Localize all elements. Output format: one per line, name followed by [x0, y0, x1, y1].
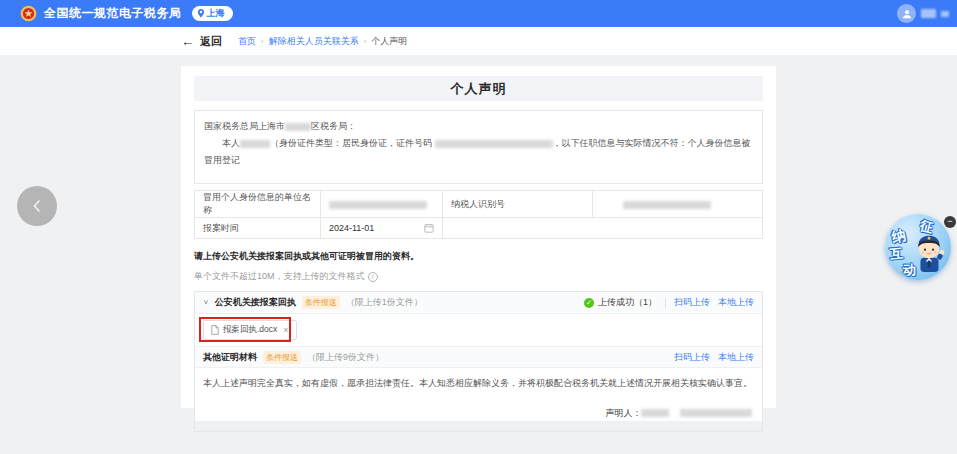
signer-label: 声明人：: [605, 408, 641, 418]
breadcrumb-parent[interactable]: 解除相关人员关联关系: [269, 35, 359, 48]
salutation-line: 国家税务总局上海市区税务局：: [204, 118, 753, 135]
user-caret-redacted: [941, 11, 949, 17]
table-row: 冒用个人身份信息的单位名称 纳税人识别号: [195, 191, 763, 218]
interaction-mascot[interactable]: 征 纳 互 动: [885, 214, 951, 280]
signer-line: 声明人：: [205, 406, 752, 421]
topbar-user-area: [897, 4, 949, 23]
breadcrumb-bar: ← 返回 首页 › 解除相关人员关联关系 › 个人声明: [0, 27, 957, 55]
unit-name-value: [321, 191, 443, 218]
table-row: 报案时间 2024-11-01: [195, 218, 763, 239]
tax-emblem-icon: [20, 5, 37, 22]
upload-section-other-materials: 其他证明材料 条件报送 （限上传9份文件） 扫码上传 本地上传: [195, 346, 762, 368]
local-upload-link[interactable]: 本地上传: [718, 351, 754, 364]
breadcrumb-separator: ›: [261, 37, 264, 46]
scan-upload-link[interactable]: 扫码上传: [674, 351, 710, 364]
salutation-suffix: 区税务局：: [311, 121, 356, 131]
upload-status-text: 上传成功（1）: [598, 296, 657, 309]
back-arrow-icon: ←: [181, 34, 194, 49]
breadcrumb-separator: ›: [364, 37, 367, 46]
file-limit-text: （限上传9份文件）: [307, 351, 384, 364]
upload-status: ✓ 上传成功（1）: [584, 296, 657, 309]
breadcrumb-home[interactable]: 首页: [238, 35, 256, 48]
breadcrumb-current: 个人声明: [371, 35, 407, 48]
statement-line: 本人（身份证件类型：居民身份证，证件号码 ，以下任职信息与实际情况不符：个人身份…: [204, 135, 753, 169]
page-title: 个人声明: [194, 76, 763, 101]
taxpayer-id-value: [593, 191, 763, 218]
report-info-table: 冒用个人身份信息的单位名称 纳税人识别号 报案时间 2024-11-01: [194, 190, 763, 239]
back-button[interactable]: ← 返回: [181, 34, 222, 49]
report-date-value[interactable]: 2024-11-01: [329, 223, 374, 233]
upload-section-police-receipt: ∨ 公安机关接报案回执 条件报送 （限上传1份文件） ✓ 上传成功（1） 扫码上…: [195, 292, 762, 314]
signer-date-redacted: [680, 409, 752, 417]
remove-file-icon[interactable]: ×: [283, 325, 288, 335]
salutation-box: 国家税务总局上海市区税务局： 本人（身份证件类型：居民身份证，证件号码 ，以下任…: [194, 110, 763, 184]
floating-back-button[interactable]: [17, 186, 57, 226]
chevron-left-icon: [30, 199, 44, 213]
report-date-cell[interactable]: 2024-11-01: [321, 218, 443, 239]
person-name-redacted: [240, 140, 270, 148]
upload-hint-text: 单个文件不超过10M，支持上传的文件格式: [194, 270, 365, 283]
district-redacted: [285, 123, 311, 131]
file-name: 报案回执.docx: [223, 324, 277, 336]
declaration-card: 个人声明 国家税务总局上海市区税务局： 本人（身份证件类型：居民身份证，证件号码…: [181, 66, 776, 408]
conditional-badge: 条件报送: [302, 296, 340, 309]
taxpayer-id-redacted: [623, 201, 711, 209]
uploaded-file-chip[interactable]: 报案回执.docx ×: [203, 320, 297, 340]
upload-hint: 单个文件不超过10M，支持上传的文件格式 i: [194, 270, 763, 283]
tax-officer-illustration: [910, 229, 948, 279]
declaration-statement: 本人上述声明完全真实，如有虚假，愿承担法律责任。本人知悉相应解除义务，并将积极配…: [195, 368, 762, 421]
chevron-down-icon[interactable]: ∨: [203, 299, 209, 306]
local-upload-link[interactable]: 本地上传: [718, 296, 754, 309]
statement-prefix: 本人: [222, 138, 240, 148]
upload-sections: ∨ 公安机关接报案回执 条件报送 （限上传1份文件） ✓ 上传成功（1） 扫码上…: [194, 291, 763, 432]
unit-name-redacted: [329, 201, 427, 209]
file-icon: [211, 325, 219, 335]
mascot-char: 互: [889, 244, 904, 263]
back-label: 返回: [200, 34, 222, 49]
person-icon: [901, 8, 913, 20]
section-title: 其他证明材料: [203, 351, 257, 364]
user-name-redacted: [921, 9, 936, 18]
divider: [665, 298, 666, 308]
location-label: 上海: [207, 7, 225, 20]
signer-name-redacted: [641, 409, 669, 417]
taxpayer-id-label: 纳税人识别号: [443, 191, 593, 218]
app-title: 全国统一规范电子税务局: [44, 5, 182, 22]
statement-mid: （身份证件类型：居民身份证，证件号码: [270, 138, 432, 148]
section-title: 公安机关接报案回执: [215, 296, 296, 309]
location-badge[interactable]: 上海: [192, 6, 233, 21]
unit-name-label: 冒用个人身份信息的单位名称: [195, 191, 321, 218]
file-limit-text: （限上传1份文件）: [346, 296, 423, 309]
mascot-minimize-button[interactable]: −: [944, 216, 956, 228]
info-icon[interactable]: i: [368, 272, 378, 282]
user-avatar[interactable]: [897, 4, 916, 23]
empty-cell: [443, 218, 763, 239]
top-header-bar: 全国统一规范电子税务局 上海: [0, 0, 957, 27]
calendar-icon[interactable]: [424, 223, 434, 233]
success-check-icon: ✓: [584, 298, 594, 308]
scan-upload-link[interactable]: 扫码上传: [674, 296, 710, 309]
declaration-text: 本人上述声明完全真实，如有虚假，愿承担法律责任。本人知悉相应解除义务，并将积极配…: [203, 376, 754, 391]
breadcrumb: 首页 › 解除相关人员关联关系 › 个人声明: [238, 35, 407, 48]
location-pin-icon: [197, 9, 205, 18]
report-date-label: 报案时间: [195, 218, 321, 239]
upload-instruction: 请上传公安机关接报案回执或其他可证明被冒用的资料。: [194, 250, 763, 263]
conditional-badge: 条件报送: [263, 351, 301, 364]
salutation-prefix: 国家税务总局上海市: [204, 121, 285, 131]
uploaded-file-area: 报案回执.docx ×: [195, 314, 762, 346]
id-number-redacted: [435, 140, 553, 148]
